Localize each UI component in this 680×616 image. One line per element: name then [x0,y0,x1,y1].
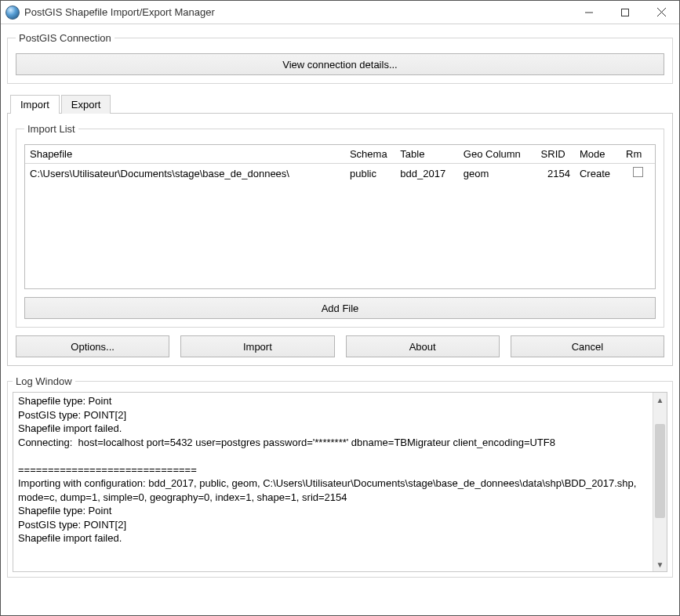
import-list-legend: Import List [24,123,78,135]
cell-rm[interactable] [621,164,655,183]
table-header-row: Shapefile Schema Table Geo Column SRID M… [25,145,655,164]
app-icon [5,5,20,20]
maximize-button[interactable] [607,1,643,24]
tab-export[interactable]: Export [61,95,111,114]
col-schema[interactable]: Schema [345,145,395,164]
import-button[interactable]: Import [180,335,334,357]
col-rm[interactable]: Rm [621,145,655,164]
minimize-button[interactable] [571,1,607,24]
scroll-up-icon[interactable]: ▲ [653,393,667,407]
cell-table[interactable]: bdd_2017 [395,164,459,183]
col-table[interactable]: Table [395,145,459,164]
log-window-group: Log Window Shapefile type: Point PostGIS… [7,375,673,578]
cell-shapefile[interactable]: C:\Users\Utilisateur\Documents\stage\bas… [25,164,345,183]
log-text[interactable]: Shapefile type: Point PostGIS type: POIN… [13,393,653,571]
action-button-row: Options... Import About Cancel [16,335,664,357]
rm-checkbox[interactable] [633,167,643,177]
tab-strip: Import Export [7,93,673,114]
tab-body-import: Import List Shapefile Schema Table Geo C… [7,113,673,366]
window-title: PostGIS Shapefile Import/Export Manager [24,6,571,18]
col-mode[interactable]: Mode [575,145,621,164]
close-button[interactable] [643,1,679,24]
cell-srid[interactable]: 2154 [536,164,575,183]
cell-geo[interactable]: geom [459,164,536,183]
col-geo-column[interactable]: Geo Column [459,145,536,164]
cell-mode[interactable]: Create [575,164,621,183]
add-file-button[interactable]: Add File [24,297,656,319]
log-window-legend: Log Window [13,375,75,387]
view-connection-details-button[interactable]: View connection details... [16,53,664,75]
col-shapefile[interactable]: Shapefile [25,145,345,164]
about-button[interactable]: About [346,335,500,357]
import-list-group: Import List Shapefile Schema Table Geo C… [16,123,664,328]
svg-rect-1 [622,9,629,16]
connection-group: PostGIS Connection View connection detai… [7,32,673,84]
log-scrollbar[interactable]: ▲ ▼ [653,393,667,571]
cell-schema[interactable]: public [345,164,395,183]
connection-legend: PostGIS Connection [16,32,115,44]
tab-import[interactable]: Import [10,95,60,114]
options-button[interactable]: Options... [16,335,169,357]
scroll-down-icon[interactable]: ▼ [653,557,667,571]
col-srid[interactable]: SRID [536,145,575,164]
table-row[interactable]: C:\Users\Utilisateur\Documents\stage\bas… [25,164,655,183]
title-bar: PostGIS Shapefile Import/Export Manager [1,1,679,24]
cancel-button[interactable]: Cancel [511,335,664,357]
import-list-table[interactable]: Shapefile Schema Table Geo Column SRID M… [24,144,656,289]
scroll-thumb[interactable] [655,424,665,518]
